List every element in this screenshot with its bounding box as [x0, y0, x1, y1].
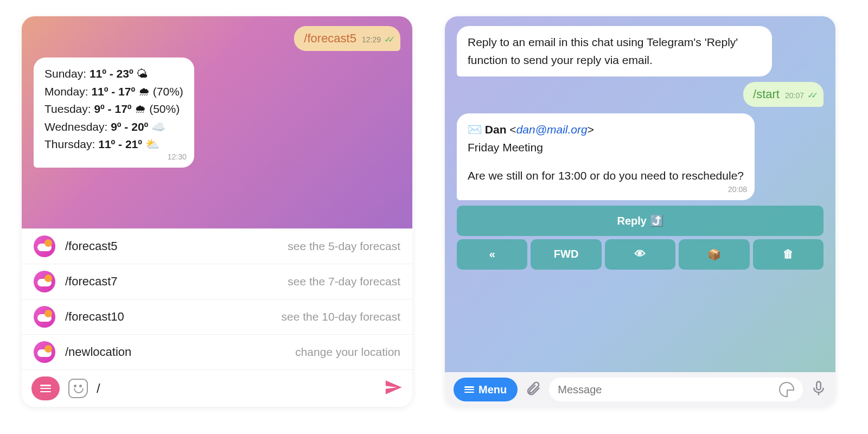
sticker-icon[interactable]	[68, 379, 88, 398]
command-name: /newlocation	[65, 345, 131, 359]
chat-area-left: /forecast5 12:29 ✓✓ Sunday: 11º - 23º 🌤M…	[22, 16, 412, 228]
paperclip-icon	[525, 380, 541, 397]
outgoing-start-text: /start	[753, 87, 780, 101]
outgoing-time: 12:29	[362, 35, 381, 44]
command-suggestions: /forecast5see the 5-day forecast/forecas…	[22, 228, 412, 369]
outgoing-start-time: 20:07	[785, 91, 804, 100]
outgoing-command-text: /forecast5	[304, 31, 356, 46]
input-bar-left	[22, 369, 412, 407]
weather-icon: ⛅	[145, 138, 159, 150]
command-suggestion[interactable]: /forecast5see the 5-day forecast	[22, 229, 412, 264]
forecast-day: Sunday:	[44, 67, 90, 80]
email-body: Are we still on for 13:00 or do you need…	[468, 167, 744, 185]
voice-button[interactable]	[810, 380, 827, 399]
email-from-name: Dan	[485, 123, 507, 136]
forecast-temps: 11º - 23º	[90, 67, 133, 80]
forecast-message[interactable]: Sunday: 11º - 23º 🌤Monday: 11º - 17º 🌧 (…	[34, 58, 194, 168]
email-subject: Friday Meeting	[468, 139, 744, 157]
sticker-icon[interactable]	[779, 382, 794, 397]
read-checks-icon: ✓✓	[807, 90, 815, 100]
command-description: change your location	[295, 346, 400, 359]
hamburger-icon	[464, 386, 474, 393]
forecast-temps: 9º - 20º	[111, 120, 148, 133]
forecast-day: Tuesday:	[44, 103, 94, 115]
forecast-extra: (50%)	[149, 103, 180, 115]
action-button[interactable]: «	[457, 239, 527, 270]
bot-avatar	[34, 271, 55, 292]
command-description: see the 7-day forecast	[288, 275, 400, 288]
bot-avatar	[34, 341, 55, 363]
outgoing-message[interactable]: /forecast5 12:29 ✓✓	[294, 26, 400, 51]
bot-avatar	[34, 235, 55, 257]
forecast-day: Thursday:	[44, 138, 98, 150]
command-description: see the 10-day forecast	[282, 310, 400, 323]
menu-button[interactable]	[31, 376, 60, 400]
forecast-row: Monday: 11º - 17º 🌧 (70%)	[44, 83, 183, 101]
cloud-sun-icon	[38, 241, 51, 251]
forecast-day: Monday:	[44, 85, 91, 98]
command-name: /forecast5	[65, 239, 118, 253]
envelope-icon: ✉️	[468, 123, 482, 136]
cloud-sun-icon	[38, 347, 51, 357]
email-message[interactable]: ✉️ Dan <dan@mail.org> Friday Meeting Are…	[457, 113, 755, 200]
forecast-row: Wednesday: 9º - 20º ☁️	[44, 118, 183, 136]
email-from-address[interactable]: dan@mail.org	[516, 123, 588, 136]
forecast-time: 12:30	[168, 151, 187, 163]
action-button[interactable]: 📦	[679, 239, 749, 270]
cloud-sun-icon	[38, 277, 51, 286]
message-input[interactable]	[558, 384, 774, 396]
weather-icon: 🌧	[135, 103, 146, 115]
forecast-day: Wednesday:	[44, 120, 111, 133]
command-suggestion[interactable]: /newlocationchange your location	[22, 335, 412, 369]
forecast-temps: 11º - 21º	[98, 138, 142, 150]
action-button[interactable]: 👁	[605, 239, 675, 270]
outgoing-start[interactable]: /start 20:07 ✓✓	[743, 82, 824, 107]
send-button[interactable]	[384, 378, 403, 399]
command-description: see the 5-day forecast	[288, 240, 400, 253]
message-input-wrap	[549, 378, 803, 401]
message-input[interactable]	[97, 381, 375, 396]
email-from-line: ✉️ Dan <dan@mail.org>	[468, 121, 744, 139]
cloud-sun-icon	[38, 312, 51, 322]
forecast-temps: 11º - 17º	[91, 85, 135, 98]
action-button[interactable]: FWD	[531, 239, 601, 270]
command-name: /forecast10	[65, 310, 124, 324]
hamburger-icon	[40, 385, 51, 392]
forecast-temps: 9º - 17º	[94, 103, 131, 115]
action-button[interactable]: 🗑	[753, 239, 824, 270]
weather-icon: 🌧	[138, 85, 150, 98]
forecast-row: Sunday: 11º - 23º 🌤	[44, 65, 183, 83]
command-suggestion[interactable]: /forecast10see the 10-day forecast	[22, 299, 412, 335]
input-bar-right: Menu	[445, 372, 835, 407]
bot-avatar	[34, 306, 55, 328]
mic-icon	[810, 380, 827, 397]
weather-icon: 🌤	[136, 67, 148, 80]
email-bot-panel: Reply to an email in this chat using Tel…	[445, 16, 835, 407]
menu-label: Menu	[478, 384, 507, 396]
forecast-extra: (70%)	[153, 85, 183, 98]
reply-button[interactable]: Reply ⤴️	[457, 206, 824, 236]
intro-message[interactable]: Reply to an email in this chat using Tel…	[457, 26, 772, 76]
forecast-row: Thursday: 11º - 21º ⛅	[44, 136, 183, 154]
weather-bot-panel: /forecast5 12:29 ✓✓ Sunday: 11º - 23º 🌤M…	[22, 16, 412, 407]
inline-keyboard: Reply ⤴️ «FWD👁📦🗑	[457, 206, 824, 280]
send-icon	[384, 378, 403, 397]
command-name: /forecast7	[65, 275, 118, 289]
attach-button[interactable]	[525, 380, 541, 399]
menu-button[interactable]: Menu	[454, 378, 518, 401]
forecast-row: Tuesday: 9º - 17º 🌧 (50%)	[44, 100, 183, 118]
command-suggestion[interactable]: /forecast7see the 7-day forecast	[22, 264, 412, 299]
chat-area-right: Reply to an email in this chat using Tel…	[445, 16, 835, 372]
read-checks-icon: ✓✓	[384, 34, 392, 44]
intro-text: Reply to an email in this chat using Tel…	[468, 36, 738, 66]
weather-icon: ☁️	[151, 120, 165, 133]
email-time: 20:08	[728, 184, 747, 196]
